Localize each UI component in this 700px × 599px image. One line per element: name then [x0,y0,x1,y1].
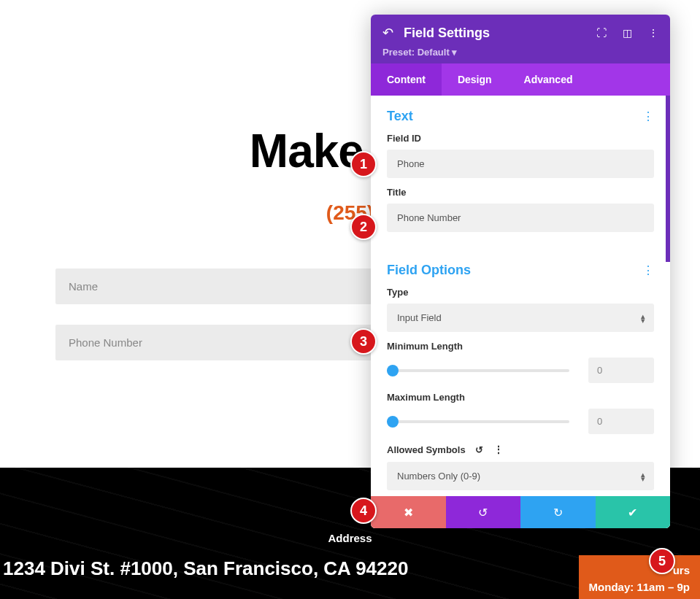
redo-icon: ↻ [553,506,563,519]
undo-icon: ↺ [478,506,488,519]
min-length-label: Minimum Length [387,341,654,352]
slider-thumb-icon[interactable] [387,365,399,376]
scrollbar[interactable] [666,96,670,262]
tab-design[interactable]: Design [442,63,508,96]
allowed-symbols-select[interactable]: Numbers Only (0-9) ▴▾ [387,462,654,490]
section-text-heading[interactable]: Text [387,109,413,124]
hours-badge: urs Monday: 11am – 9p [579,555,700,599]
field-id-label: Field ID [387,133,654,144]
title-label: Title [387,187,654,198]
min-length-value[interactable]: 0 [588,358,654,383]
save-button[interactable]: ✔ [596,496,671,528]
marker-5: 5 [649,548,675,574]
max-length-slider[interactable] [387,420,569,423]
field-settings-panel: ↶ Field Settings ⛶ ◫ ⋮ Preset: Default ▾… [371,15,670,528]
field-id-input[interactable]: Phone [387,150,654,178]
tab-advanced[interactable]: Advanced [508,63,589,96]
cancel-button[interactable]: ✖ [371,496,446,528]
check-icon: ✔ [628,506,637,519]
reset-icon[interactable]: ↺ [473,443,486,456]
section-field-options-heading[interactable]: Field Options [387,263,471,278]
type-select[interactable]: Input Field ▴▾ [387,304,654,332]
marker-4: 4 [350,498,377,524]
select-arrows-icon: ▴▾ [641,472,645,481]
marker-2: 2 [350,214,377,240]
redo-button[interactable]: ↻ [520,496,596,528]
snap-icon[interactable]: ◫ [623,27,632,39]
marker-1: 1 [350,151,377,177]
max-length-value[interactable]: 0 [588,409,654,434]
max-length-label: Maximum Length [387,392,654,403]
preset-selector[interactable]: Preset: Default ▾ [382,47,658,58]
tab-content[interactable]: Content [371,63,442,96]
expand-icon[interactable]: ⛶ [596,27,607,39]
marker-3: 3 [350,328,377,355]
min-length-slider[interactable] [387,369,569,372]
type-label: Type [387,287,654,298]
title-input[interactable]: Phone Number [387,204,654,232]
section-text-menu-icon[interactable]: ⋮ [642,109,654,123]
close-icon: ✖ [404,506,413,519]
footer-address-label: Address [0,532,700,544]
slider-thumb-icon[interactable] [387,416,399,428]
select-arrows-icon: ▴▾ [641,314,645,322]
section-field-options-menu-icon[interactable]: ⋮ [642,263,654,277]
back-icon[interactable]: ↶ [382,25,393,41]
undo-button[interactable]: ↺ [446,496,521,528]
menu-icon[interactable]: ⋮ [648,27,658,39]
allowed-symbols-menu-icon[interactable]: ⋮ [493,444,504,455]
panel-title: Field Settings [404,26,586,41]
allowed-symbols-label: Allowed Symbols [387,444,466,455]
